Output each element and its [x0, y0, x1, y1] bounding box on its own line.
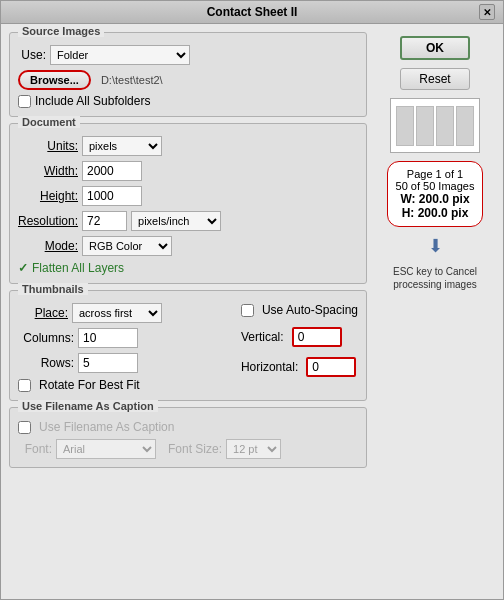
resolution-input[interactable] — [82, 211, 127, 231]
preview-height: H: 200.0 pix — [396, 206, 475, 220]
subfolders-row: Include All Subfolders — [18, 94, 358, 108]
mode-label: Mode: — [18, 239, 78, 253]
preview-width: W: 200.0 pix — [396, 192, 475, 206]
thumbnails-label: Thumbnails — [18, 283, 88, 295]
thumbs-right: Use Auto-Spacing Vertical: Horizontal: — [241, 303, 358, 392]
vertical-row: Vertical: — [241, 327, 358, 347]
horizontal-row: Horizontal: — [241, 357, 358, 377]
horizontal-input[interactable] — [306, 357, 356, 377]
window-title: Contact Sheet II — [207, 5, 298, 19]
flatten-label[interactable]: Flatten All Layers — [32, 261, 124, 275]
document-label: Document — [18, 116, 80, 128]
width-label: Width: — [18, 164, 78, 178]
place-label: Place: — [18, 306, 68, 320]
main-window: Contact Sheet II ✕ Source Images Use: Fo… — [0, 0, 504, 600]
source-path: D:\test\test2\ — [101, 74, 163, 86]
caption-checkbox-row: Use Filename As Caption — [18, 420, 358, 434]
caption-section: Use Filename As Caption Use Filename As … — [9, 407, 367, 468]
flatten-checkmark: ✓ — [18, 261, 28, 275]
left-panel: Source Images Use: Folder Browse... D:\t… — [9, 32, 367, 591]
font-label: Font: — [18, 442, 52, 456]
resolution-row: Resolution: pixels/inch — [18, 211, 358, 231]
height-input[interactable]: 1000 — [82, 186, 142, 206]
preview-col-4 — [456, 106, 474, 146]
subfolders-label: Include All Subfolders — [35, 94, 150, 108]
browse-row: Browse... D:\test\test2\ — [18, 70, 358, 90]
rotate-label: Rotate For Best Fit — [39, 378, 140, 392]
horizontal-label: Horizontal: — [241, 360, 298, 374]
flatten-row: ✓ Flatten All Layers — [18, 261, 358, 275]
subfolders-checkbox[interactable] — [18, 95, 31, 108]
vertical-input[interactable] — [292, 327, 342, 347]
resolution-unit-select[interactable]: pixels/inch — [131, 211, 221, 231]
caption-checkbox[interactable] — [18, 421, 31, 434]
units-select[interactable]: pixels — [82, 136, 162, 156]
rotate-row: Rotate For Best Fit — [18, 378, 229, 392]
use-row: Use: Folder — [18, 45, 358, 65]
ok-button[interactable]: OK — [400, 36, 470, 60]
width-row: Width: 2000 — [18, 161, 358, 181]
vertical-label: Vertical: — [241, 330, 284, 344]
font-select[interactable]: Arial — [56, 439, 156, 459]
right-panel: OK Reset Page 1 of 1 50 of 50 Images W: … — [375, 32, 495, 591]
browse-button[interactable]: Browse... — [18, 70, 91, 90]
columns-input[interactable] — [78, 328, 138, 348]
info-count: 50 of 50 Images — [396, 180, 475, 192]
font-size-label: Font Size: — [168, 442, 222, 456]
title-bar: Contact Sheet II ✕ — [1, 1, 503, 24]
use-auto-spacing-checkbox[interactable] — [241, 304, 254, 317]
download-icon: ⬇ — [428, 235, 443, 257]
use-label: Use: — [18, 48, 46, 62]
use-select[interactable]: Folder — [50, 45, 190, 65]
units-row: Units: pixels — [18, 136, 358, 156]
rotate-checkbox[interactable] — [18, 379, 31, 392]
rows-row: Rows: — [18, 353, 229, 373]
units-label: Units: — [18, 139, 78, 153]
thumbnails-section: Thumbnails Place: across first Columns: — [9, 290, 367, 401]
height-row: Height: 1000 — [18, 186, 358, 206]
preview-box — [390, 98, 480, 153]
rows-label: Rows: — [18, 356, 74, 370]
font-size-select[interactable]: 12 pt — [226, 439, 281, 459]
use-auto-spacing-label: Use Auto-Spacing — [262, 303, 358, 317]
info-box: Page 1 of 1 50 of 50 Images W: 200.0 pix… — [387, 161, 484, 227]
source-images-label: Source Images — [18, 25, 104, 37]
document-section: Document Units: pixels Width: 2000 Heigh… — [9, 123, 367, 284]
width-input[interactable]: 2000 — [82, 161, 142, 181]
caption-label-text: Use Filename As Caption — [39, 420, 174, 434]
height-label: Height: — [18, 189, 78, 203]
caption-section-label: Use Filename As Caption — [18, 400, 158, 412]
info-page: Page 1 of 1 — [396, 168, 475, 180]
place-row: Place: across first — [18, 303, 229, 323]
font-row: Font: Arial Font Size: 12 pt — [18, 439, 358, 459]
resolution-label: Resolution: — [18, 214, 78, 228]
preview-col-3 — [436, 106, 454, 146]
columns-label: Columns: — [18, 331, 74, 345]
columns-row: Columns: — [18, 328, 229, 348]
esc-text: ESC key to Cancel processing images — [375, 265, 495, 291]
close-button[interactable]: ✕ — [479, 4, 495, 20]
rows-input[interactable] — [78, 353, 138, 373]
mode-row: Mode: RGB Color — [18, 236, 358, 256]
preview-col-1 — [396, 106, 414, 146]
use-auto-row: Use Auto-Spacing — [241, 303, 358, 317]
place-select[interactable]: across first — [72, 303, 162, 323]
source-images-section: Source Images Use: Folder Browse... D:\t… — [9, 32, 367, 117]
reset-button[interactable]: Reset — [400, 68, 470, 90]
mode-select[interactable]: RGB Color — [82, 236, 172, 256]
preview-col-2 — [416, 106, 434, 146]
